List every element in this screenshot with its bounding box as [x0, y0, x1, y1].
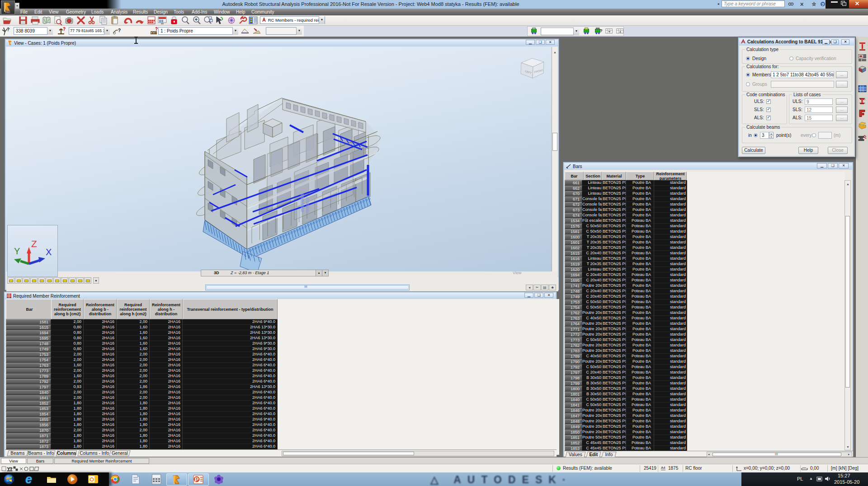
svg-text:O: O [90, 476, 94, 483]
svg-text:?: ? [600, 29, 603, 33]
svg-text:Y?: Y? [7, 467, 12, 471]
svg-text:Z: Z [31, 238, 37, 249]
svg-text:?: ? [155, 27, 158, 32]
svg-text:?: ? [7, 27, 9, 32]
svg-text:Y: Y [14, 246, 20, 256]
svg-text:X: X [46, 247, 52, 257]
svg-text:?: ? [118, 28, 121, 33]
svg-text:?: ? [821, 2, 824, 7]
svg-text:PRO: PRO [5, 11, 10, 14]
svg-text:P: P [195, 476, 199, 483]
svg-text:?: ? [63, 27, 66, 32]
